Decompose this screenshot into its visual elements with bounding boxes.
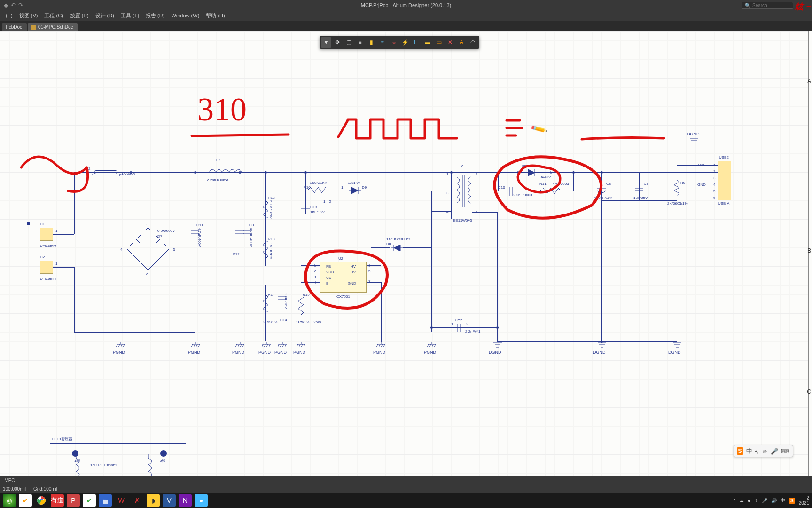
capacitor[interactable] (301, 204, 310, 212)
ime-keyboard-icon[interactable]: ⌨ (781, 448, 790, 455)
tool-component[interactable]: ▮ (366, 37, 376, 48)
status-grid: Grid:100mil (33, 486, 57, 492)
resistor[interactable] (262, 294, 269, 318)
diode[interactable] (390, 244, 404, 252)
resistor[interactable] (308, 186, 331, 194)
tool-bus[interactable]: ▬ (422, 37, 433, 48)
wire (367, 282, 381, 283)
wire (301, 277, 320, 277)
menu-file[interactable]: (E) (3, 12, 16, 19)
tray-cloud-icon[interactable]: ☁ (739, 498, 744, 503)
menu-window[interactable]: Window (W) (168, 12, 202, 19)
ime-emoji-icon[interactable]: ☺ (762, 448, 768, 455)
start-button[interactable]: ◎ (3, 494, 16, 507)
label: GND (348, 281, 356, 286)
menu-design[interactable]: 设计 (D) (93, 11, 117, 20)
menu-place[interactable]: 放置 (P) (67, 11, 92, 20)
tool-noerc[interactable]: ✕ (445, 37, 455, 48)
junction (450, 171, 453, 174)
undo-icon[interactable]: ↶ (11, 2, 16, 8)
taskbar-app-5[interactable]: ✔ (83, 494, 96, 507)
taskbar-chrome-icon[interactable] (35, 494, 48, 507)
menu-reports[interactable]: 报告 (R) (143, 11, 167, 20)
wire (53, 267, 74, 268)
resistor[interactable] (262, 238, 269, 262)
label: HV (351, 264, 356, 269)
resistor[interactable] (297, 294, 304, 318)
label: DGND (489, 350, 501, 355)
label: PGND (274, 350, 287, 355)
tray-mic-icon[interactable]: 🎤 (762, 498, 767, 503)
tool-arc[interactable]: ◠ (468, 37, 478, 48)
tool-port[interactable]: ▭ (434, 37, 444, 48)
tray-clock[interactable]: 2 2021 (799, 495, 809, 506)
system-tray[interactable]: ^ ☁ ● ⇪ 🎤 🔊 中 S 2 2021 (733, 495, 809, 506)
wire (472, 172, 716, 173)
tool-filter[interactable]: ▼ (321, 37, 331, 48)
ime-lang[interactable]: 中 (746, 447, 752, 455)
sogou-icon[interactable]: S (737, 447, 743, 455)
menu-help[interactable]: 帮助 (H) (203, 11, 227, 20)
taskbar-onenote-icon[interactable]: N (179, 494, 192, 507)
diode[interactable] (348, 186, 362, 195)
pad-h2[interactable] (40, 261, 53, 274)
schematic-file-icon (31, 25, 36, 30)
tool-power[interactable]: ⚡ (400, 37, 410, 48)
tool-text[interactable]: A (456, 37, 467, 48)
taskbar-wps-icon[interactable]: W (115, 494, 128, 507)
tab-pcbdoc[interactable]: PcbDoc (2, 23, 27, 31)
dgnd-symbol (673, 342, 681, 349)
menu-project[interactable]: 工程 (C) (41, 11, 66, 20)
tray-sogou-icon[interactable]: S (789, 498, 795, 504)
tool-align[interactable]: ≡ (355, 37, 365, 48)
tray-volume-icon[interactable]: 🔊 (771, 498, 777, 503)
resistor[interactable] (673, 180, 680, 198)
tool-wire[interactable]: ≈ (377, 37, 388, 48)
resistor[interactable] (262, 200, 269, 224)
redo-icon[interactable]: ↷ (18, 2, 23, 8)
taskbar-visio-icon[interactable]: V (163, 494, 176, 507)
tray-app-icon[interactable]: ● (748, 498, 750, 503)
menu-view[interactable]: 视图 (V) (16, 11, 41, 20)
search-input[interactable] (752, 3, 785, 8)
tab-schdoc[interactable]: 01-MPC.SchDoc (28, 23, 78, 31)
pad-h1[interactable] (40, 228, 53, 241)
wire (148, 266, 148, 332)
capacitor[interactable] (235, 229, 244, 236)
wire (677, 165, 718, 166)
capacitor-y[interactable] (456, 324, 463, 332)
label: 1 (92, 173, 94, 177)
ime-toolbar[interactable]: S 中 •, ☺ 🎤 ⌨ (734, 445, 793, 457)
capacitor[interactable] (597, 186, 606, 194)
fuse[interactable] (94, 170, 117, 174)
tool-select[interactable]: ▢ (344, 37, 354, 48)
clock-date: 2021 (799, 500, 809, 506)
resistor[interactable] (540, 187, 564, 195)
diode-d5[interactable] (524, 168, 539, 177)
wire (282, 285, 282, 341)
capacitor[interactable] (635, 186, 643, 194)
taskbar-altium-icon[interactable]: ◗ (147, 494, 160, 507)
tray-ime[interactable]: 中 (781, 497, 785, 504)
zone-a: A (807, 78, 811, 85)
tray-usb-icon[interactable]: ⇪ (754, 498, 758, 503)
search-box[interactable]: 🔍 (742, 2, 793, 9)
taskbar-app-12[interactable]: ● (195, 494, 208, 507)
tray-chevron-icon[interactable]: ^ (733, 498, 735, 503)
taskbar-youdao-icon[interactable]: 有道 (51, 494, 64, 507)
usb-connector[interactable] (718, 161, 731, 200)
junction (496, 326, 499, 329)
tool-gnd[interactable]: ⏚ (389, 37, 399, 48)
ime-punct[interactable]: •, (755, 448, 759, 455)
pgnd-symbol (427, 342, 437, 349)
menu-tools[interactable]: 工具 (T) (118, 11, 142, 20)
taskbar-app-6[interactable]: ▦ (99, 494, 112, 507)
tool-net[interactable]: ⊢ (411, 37, 422, 48)
taskbar-ppt-icon[interactable]: P (67, 494, 80, 507)
ime-mic-icon[interactable]: 🎤 (771, 448, 778, 455)
label: F2 (86, 167, 90, 171)
tool-move[interactable]: ✥ (332, 37, 343, 48)
zone-b: B (807, 247, 811, 254)
taskbar-app-8[interactable]: ✗ (131, 494, 144, 507)
taskbar-app-1[interactable]: ✔ (19, 494, 32, 507)
